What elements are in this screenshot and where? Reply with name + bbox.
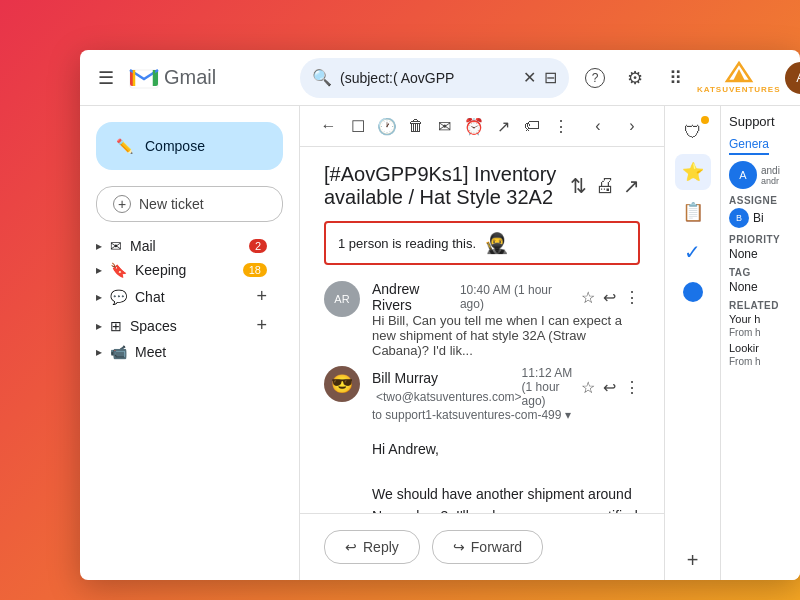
sidebar-item-spaces[interactable]: ▸ ⊞ Spaces + (80, 311, 283, 340)
support-priority-label: PRIORITY (729, 234, 792, 245)
print-icon[interactable]: 🖨 (595, 174, 615, 198)
toolbar-nav: ‹ › (582, 110, 648, 142)
meet-expand-icon: ▸ (96, 345, 102, 359)
brand-logo: KATSUVENTURES (697, 61, 781, 94)
prev-email-button[interactable]: ‹ (582, 110, 614, 142)
compose-icon: ✏️ (116, 138, 133, 154)
more-button[interactable]: ⋮ (549, 110, 574, 142)
support-assignee-row: B Bi (729, 208, 792, 228)
reading-indicator: 1 person is reading this. 🥷 (324, 221, 640, 265)
sender-avatar-bill: 😎 (324, 366, 360, 402)
meet-icon: 📹 (110, 344, 127, 360)
reply-button[interactable]: ↩ Reply (324, 530, 420, 564)
reply-label: Reply (363, 539, 399, 555)
forward-button[interactable]: ↪ Forward (432, 530, 543, 564)
star-icon-andrew[interactable]: ☆ (581, 288, 595, 307)
support-user-handle: andr (761, 176, 780, 186)
search-bar[interactable]: 🔍 ✕ ⊟ (300, 58, 569, 98)
tasks-icon: 📋 (682, 201, 704, 223)
header-right: ? ⚙ ⠿ KATSUVENTURES A (577, 60, 800, 96)
message-to-bill: to support1-katsuventures-com-499 ▾ (372, 408, 640, 422)
sidebar-item-meet[interactable]: ▸ 📹 Meet (80, 340, 283, 364)
chat-expand-icon: ▸ (96, 290, 102, 304)
support-general-tab[interactable]: Genera (729, 137, 769, 155)
sidebar-chat-label: Chat (135, 289, 248, 305)
sidebar-item-keeping[interactable]: ▸ 🔖 Keeping 18 (80, 258, 283, 282)
sidebar-nav: ▸ ✉ Mail 2 ▸ 🔖 Keeping 18 ▸ 💬 Chat + (80, 234, 299, 364)
support-user-name: andi (761, 165, 780, 176)
reply-icon-bill[interactable]: ↩ (603, 378, 616, 397)
message-body-bill: Hi Andrew, We should have another shipme… (372, 438, 640, 513)
message-preview-andrew: Hi Bill, Can you tell me when I can expe… (372, 313, 640, 358)
check-icon: ✓ (684, 240, 701, 264)
move-button[interactable]: ↗ (491, 110, 516, 142)
star-icon-bill[interactable]: ☆ (581, 378, 595, 397)
compose-label: Compose (145, 138, 205, 154)
sidebar-item-mail[interactable]: ▸ ✉ Mail 2 (80, 234, 283, 258)
open-icon[interactable]: ↗ (623, 174, 640, 198)
message-time-andrew: 10:40 AM (1 hour ago) (460, 283, 573, 311)
message-meta-andrew: Andrew Rivers 10:40 AM (1 hour ago) ☆ ↩ … (372, 281, 640, 358)
apps-button[interactable]: ⠿ (657, 60, 693, 96)
related-item-1-title: Your h (729, 313, 792, 325)
sidebar-keeping-label: Keeping (135, 262, 235, 278)
snooze-button[interactable]: 🕐 (374, 110, 399, 142)
reply-icon-andrew[interactable]: ↩ (603, 288, 616, 307)
email-body: [#AovGPP9Ks1] Inventory available / Hat … (300, 147, 664, 513)
email-toolbar: ← ☐ 🕐 🗑 ✉ ⏰ ↗ 🏷 ⋮ ‹ › (300, 106, 664, 147)
chat-icon: 💬 (110, 289, 127, 305)
settings-button[interactable]: ⚙ (617, 60, 653, 96)
avatar-initials: A (796, 70, 800, 85)
user-avatar[interactable]: A (785, 62, 800, 94)
related-item-1-from: From h (729, 327, 792, 338)
back-button[interactable]: ← (316, 110, 341, 142)
check-panel-icon[interactable]: ✓ (675, 234, 711, 270)
subject-icons: ⇅ 🖨 ↗ (570, 174, 640, 198)
subject-text: [#AovGPP9Ks1] Inventory available / Hat … (324, 163, 562, 209)
sidebar: ✏️ Compose + New ticket ▸ ✉ Mail 2 ▸ 🔖 K… (80, 106, 300, 580)
more-icon-bill[interactable]: ⋮ (624, 378, 640, 397)
chat-add-icon[interactable]: + (256, 286, 267, 307)
keeping-expand-icon: ▸ (96, 263, 102, 277)
new-ticket-button[interactable]: + New ticket (96, 186, 283, 222)
active-panel-icon[interactable]: ⭐ (675, 154, 711, 190)
sidebar-item-chat[interactable]: ▸ 💬 Chat + (80, 282, 283, 311)
assignee-avatar: B (729, 208, 749, 228)
blue-circle-icon (683, 282, 703, 302)
mail-badge: 2 (249, 239, 267, 253)
message-time-bill: 11:12 AM (1 hour ago) (522, 366, 573, 408)
schedule-button[interactable]: ⏰ (462, 110, 487, 142)
search-input[interactable] (340, 70, 515, 86)
app-header: ☰ Gmail 🔍 ✕ ⊟ ? (80, 50, 800, 106)
related-item-2-from: From h (729, 356, 792, 367)
help-button[interactable]: ? (577, 60, 613, 96)
hamburger-icon[interactable]: ☰ (92, 61, 120, 95)
message-actions-bill: 11:12 AM (1 hour ago) ☆ ↩ ⋮ (522, 366, 640, 408)
message-bill: 😎 Bill Murray <two@katsuventures.com> 11… (324, 366, 640, 513)
keeping-panel-icon[interactable]: 🛡 (675, 114, 711, 150)
priority-value: None (729, 247, 792, 261)
reply-arrow-icon: ↩ (345, 539, 357, 555)
label-button[interactable]: 🏷 (520, 110, 545, 142)
email-content-area: ← ☐ 🕐 🗑 ✉ ⏰ ↗ 🏷 ⋮ ‹ › [#AovGPP9Ks1] Inve… (300, 106, 664, 580)
blue-panel-icon[interactable] (675, 274, 711, 310)
spaces-add-icon[interactable]: + (256, 315, 267, 336)
sort-icon[interactable]: ⇅ (570, 174, 587, 198)
panel-add-button[interactable]: + (687, 549, 699, 572)
delete-button[interactable]: 🗑 (403, 110, 428, 142)
tasks-panel-icon[interactable]: 📋 (675, 194, 711, 230)
search-filter-icon[interactable]: ⊟ (544, 68, 557, 87)
archive-button[interactable]: ☐ (345, 110, 370, 142)
keeping-panel-shield-icon: 🛡 (684, 122, 702, 143)
next-email-button[interactable]: › (616, 110, 648, 142)
compose-button[interactable]: ✏️ Compose (96, 122, 283, 170)
more-icon-andrew[interactable]: ⋮ (624, 288, 640, 307)
assignee-value: Bi (753, 211, 764, 225)
right-icon-panel: 🛡 ⭐ 📋 ✓ + (664, 106, 720, 580)
mail-expand-icon: ▸ (96, 239, 102, 253)
gmail-m-icon (128, 66, 160, 90)
search-clear-icon[interactable]: ✕ (523, 68, 536, 87)
mark-unread-button[interactable]: ✉ (432, 110, 457, 142)
reply-bar: ↩ Reply ↪ Forward (300, 513, 664, 580)
sidebar-spaces-label: Spaces (130, 318, 248, 334)
